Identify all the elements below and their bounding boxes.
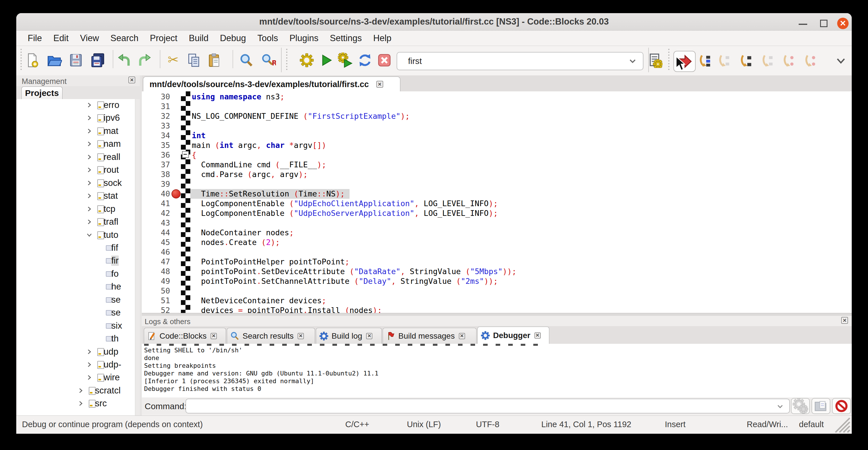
tree-item-erro[interactable]: erro <box>17 99 135 112</box>
menu-debug[interactable]: Debug <box>214 33 252 43</box>
breakpoint-icon[interactable] <box>172 189 181 199</box>
line-number[interactable]: 46 <box>143 247 170 257</box>
chevron-collapsed-icon[interactable] <box>85 205 94 214</box>
line-number[interactable]: 41 <box>143 199 170 208</box>
menu-view[interactable]: View <box>74 33 105 43</box>
tree-item-udp-[interactable]: udp- <box>17 358 135 371</box>
tree-item-label[interactable]: udp- <box>103 359 121 370</box>
resize-grip[interactable] <box>833 416 851 433</box>
tree-item-label[interactable]: tuto <box>103 230 118 240</box>
step-out-icon[interactable] <box>802 53 818 69</box>
tree-item-trafl[interactable]: trafl <box>17 215 135 229</box>
line-number[interactable]: 47 <box>143 257 170 267</box>
tree-item-scratcl[interactable]: scratcl <box>17 384 135 397</box>
log-tab-close-button[interactable]: ✕ <box>298 333 304 339</box>
tree-item-tuto[interactable]: tuto <box>17 229 135 242</box>
line-number[interactable]: 32 <box>143 111 170 121</box>
tree-item-label[interactable]: rout <box>103 165 119 175</box>
tree-item-udp[interactable]: udp <box>17 345 135 358</box>
menu-plugins[interactable]: Plugins <box>284 33 324 43</box>
toolbar-grip[interactable] <box>21 49 22 70</box>
tree-item-label[interactable]: mat <box>103 126 118 136</box>
line-number[interactable]: 50 <box>143 286 170 296</box>
line-number[interactable]: 38 <box>143 170 170 179</box>
cut-icon[interactable]: ✂ <box>165 52 181 68</box>
menu-help[interactable]: Help <box>368 33 397 43</box>
tree-item-label[interactable]: stat <box>103 191 118 201</box>
line-number[interactable]: 35 <box>143 141 170 150</box>
tree-item-label[interactable]: udp <box>103 347 118 357</box>
tree-item-label[interactable]: tcp <box>103 204 115 214</box>
log-tab-close-button[interactable]: ✕ <box>366 333 372 339</box>
chevron-collapsed-icon[interactable] <box>76 399 85 409</box>
chevron-expanded-icon[interactable] <box>85 231 94 240</box>
tree-item-six[interactable]: six <box>17 319 135 332</box>
tree-item-nam[interactable]: nam <box>17 137 135 150</box>
menu-settings[interactable]: Settings <box>324 33 368 43</box>
logs-close-button[interactable]: ✕ <box>841 317 848 324</box>
tree-item-label[interactable]: ipv6 <box>103 113 120 123</box>
chevron-collapsed-icon[interactable] <box>85 191 94 201</box>
tree-item-label[interactable]: se <box>111 307 121 318</box>
new-file-icon[interactable] <box>24 52 40 68</box>
rebuild-icon[interactable] <box>357 52 373 68</box>
redo-icon[interactable] <box>136 52 152 68</box>
chevron-collapsed-icon[interactable] <box>85 373 94 383</box>
line-number[interactable]: 31 <box>143 102 170 111</box>
line-number[interactable]: 43 <box>143 218 170 228</box>
tree-item-label[interactable]: fo <box>111 269 119 279</box>
tree-item-label[interactable]: sock <box>103 178 122 188</box>
line-number[interactable]: 40 <box>143 189 170 199</box>
toolbar-grip[interactable] <box>668 49 670 70</box>
menu-build[interactable]: Build <box>183 33 214 43</box>
stop-button[interactable] <box>832 398 851 414</box>
editor-tab-first-cc[interactable]: mnt/dev/tools/source/ns-3-dev/examples/t… <box>143 77 400 92</box>
maximize-button[interactable] <box>819 19 829 28</box>
next-instruction-icon[interactable] <box>760 53 776 69</box>
tree-item-he[interactable]: he <box>17 280 135 293</box>
chevron-collapsed-icon[interactable] <box>85 217 94 227</box>
log-tab-close-button[interactable]: ✕ <box>211 333 217 339</box>
chevron-down-icon[interactable] <box>774 399 786 413</box>
tree-item-label[interactable]: erro <box>103 100 119 110</box>
find-icon[interactable] <box>238 52 254 68</box>
line-number[interactable]: 48 <box>143 267 170 276</box>
tree-item-mat[interactable]: mat <box>17 124 135 138</box>
chevron-collapsed-icon[interactable] <box>85 179 94 188</box>
log-tab-close-button[interactable]: ✕ <box>459 333 465 339</box>
chevron-collapsed-icon[interactable] <box>76 386 85 396</box>
folder-doc-button[interactable] <box>811 398 830 414</box>
save-icon[interactable] <box>68 52 84 68</box>
log-tab-debugger[interactable]: Debugger✕ <box>477 327 549 344</box>
build-and-run-icon[interactable] <box>338 52 353 68</box>
tree-item-fo[interactable]: fo <box>17 267 135 280</box>
next-line-icon[interactable] <box>716 53 732 69</box>
copy-icon[interactable] <box>186 52 202 68</box>
tree-item-tcp[interactable]: tcp <box>17 203 135 216</box>
run-icon[interactable] <box>318 52 334 68</box>
log-tab-search-results[interactable]: Search results✕ <box>227 328 315 344</box>
chevron-collapsed-icon[interactable] <box>85 101 94 111</box>
tree-item-fir[interactable]: fir <box>17 254 135 267</box>
chevron-collapsed-icon[interactable] <box>85 166 94 175</box>
tree-item-label[interactable]: src <box>95 398 107 409</box>
tree-item-label[interactable]: wire <box>103 372 120 383</box>
project-tree-scrollbar[interactable] <box>135 99 140 416</box>
tree-item-label[interactable]: th <box>111 333 119 344</box>
log-tab-build-messages[interactable]: Build messages✕ <box>383 328 476 344</box>
chevron-down-icon[interactable] <box>626 55 639 67</box>
paste-icon[interactable] <box>206 52 222 68</box>
chevron-collapsed-icon[interactable] <box>85 140 94 149</box>
editor-tab-close-button[interactable]: ✕ <box>376 81 383 88</box>
line-number[interactable]: 33 <box>143 121 170 131</box>
build-icon[interactable] <box>299 52 315 68</box>
toolbar-grip[interactable] <box>286 49 287 70</box>
tree-item-wire[interactable]: wire <box>17 371 135 384</box>
chevron-collapsed-icon[interactable] <box>85 360 94 370</box>
run-to-cursor-icon[interactable] <box>697 53 713 69</box>
menu-tools[interactable]: Tools <box>252 33 284 43</box>
abort-build-icon[interactable] <box>376 52 392 68</box>
gears-button[interactable] <box>791 398 810 414</box>
line-number[interactable]: 34 <box>143 131 170 141</box>
minimize-button[interactable] <box>798 20 808 29</box>
